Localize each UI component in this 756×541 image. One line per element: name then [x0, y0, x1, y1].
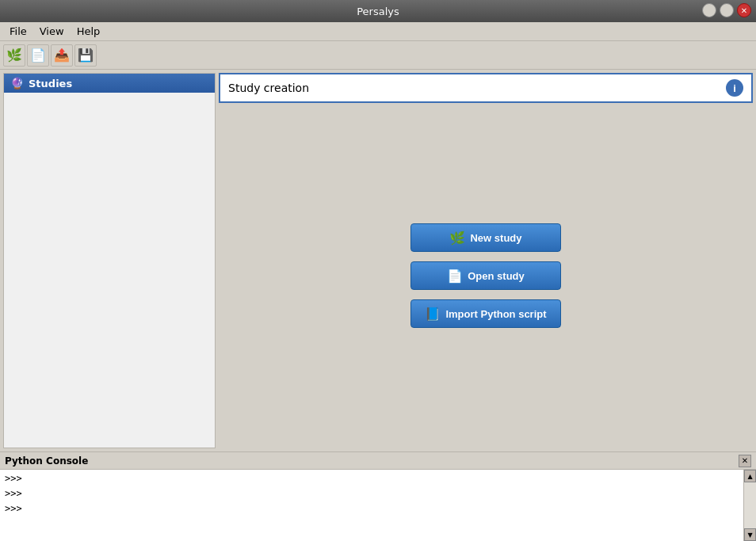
- study-creation-title: Study creation: [228, 82, 309, 94]
- studies-panel-header: 🔮 Studies: [4, 74, 215, 93]
- menu-help[interactable]: Help: [71, 24, 107, 39]
- menu-view[interactable]: View: [33, 24, 71, 39]
- open-study-icon: 📄: [447, 269, 463, 284]
- close-button[interactable]: [737, 3, 751, 17]
- toolbar: 🌿 📄 📤 💾: [0, 41, 756, 70]
- maximize-button[interactable]: [720, 3, 734, 17]
- console-title: Python Console: [5, 455, 88, 467]
- study-creation-panel: Study creation i 🌿 New study 📄 Open stud…: [219, 73, 753, 448]
- window-controls: [702, 3, 751, 17]
- import-python-button[interactable]: 📘 Import Python script: [410, 299, 561, 328]
- import-icon: 📤: [54, 48, 70, 63]
- open-study-button[interactable]: 📄 Open study: [410, 261, 561, 290]
- save-icon: 💾: [78, 48, 94, 63]
- menu-bar: File View Help: [0, 22, 756, 41]
- window-title: Persalys: [357, 6, 399, 17]
- new-icon: 🌿: [6, 48, 22, 63]
- toolbar-open-button[interactable]: 📄: [27, 44, 49, 67]
- info-icon: i: [733, 82, 736, 94]
- import-python-icon: 📘: [425, 307, 441, 322]
- console-prompt-1: >>>: [5, 471, 739, 486]
- toolbar-import-button[interactable]: 📤: [51, 44, 73, 67]
- study-creation-header: Study creation i: [219, 73, 753, 103]
- new-study-label: New study: [470, 232, 521, 244]
- console-scrollbar: ▲ ▼: [743, 470, 756, 541]
- python-console: Python Console ✕ >>> >>> >>> ▲ ▼: [0, 451, 756, 541]
- info-button[interactable]: i: [726, 79, 743, 97]
- new-study-button[interactable]: 🌿 New study: [410, 223, 561, 252]
- toolbar-save-button[interactable]: 💾: [74, 44, 97, 67]
- new-study-icon: 🌿: [449, 230, 465, 246]
- scrollbar-track: [744, 482, 756, 528]
- studies-panel-title: Studies: [29, 78, 72, 90]
- study-creation-body: 🌿 New study 📄 Open study 📘 Import Python…: [219, 103, 753, 448]
- console-body[interactable]: >>> >>> >>>: [0, 470, 743, 541]
- title-bar: Persalys: [0, 0, 756, 22]
- studies-panel: 🔮 Studies: [3, 73, 216, 448]
- open-study-label: Open study: [468, 270, 525, 282]
- main-area: 🔮 Studies Study creation i 🌿 New study 📄…: [0, 70, 756, 451]
- console-header: Python Console ✕: [0, 452, 756, 470]
- console-scrollbar-area: >>> >>> >>> ▲ ▼: [0, 470, 756, 541]
- toolbar-new-button[interactable]: 🌿: [3, 44, 25, 67]
- close-icon: ✕: [742, 456, 748, 465]
- studies-panel-body: [4, 93, 215, 448]
- open-icon: 📄: [30, 48, 46, 63]
- scrollbar-up-button[interactable]: ▲: [744, 470, 756, 482]
- minimize-button[interactable]: [702, 3, 716, 17]
- studies-panel-icon: 🔮: [10, 77, 24, 90]
- console-prompt-3: >>>: [5, 501, 739, 516]
- console-close-button[interactable]: ✕: [739, 455, 751, 467]
- console-prompt-2: >>>: [5, 486, 739, 501]
- import-python-label: Import Python script: [445, 308, 546, 320]
- menu-file[interactable]: File: [3, 24, 33, 39]
- scrollbar-down-button[interactable]: ▼: [744, 528, 756, 541]
